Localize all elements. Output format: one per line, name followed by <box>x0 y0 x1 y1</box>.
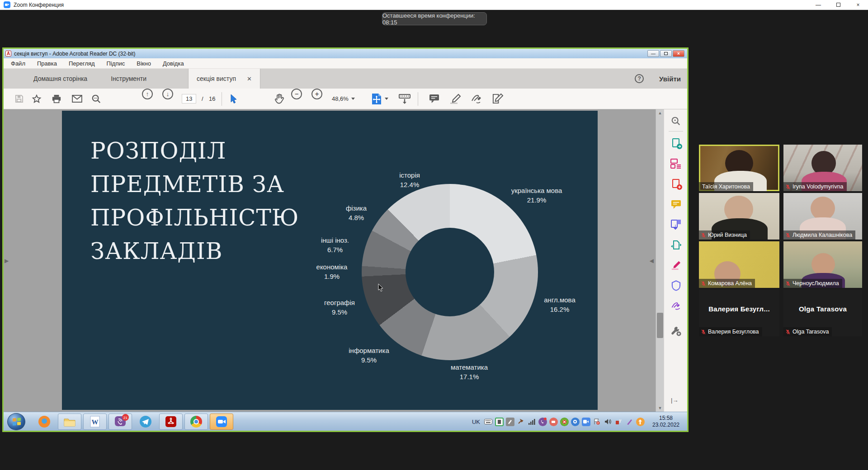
participant-tile[interactable]: Таїсія Харитонова <box>699 145 779 191</box>
mail-tray-icon[interactable] <box>549 418 558 426</box>
chevron-down-icon <box>351 98 355 100</box>
taskbar-firefox-icon[interactable] <box>33 414 56 430</box>
participant-tile[interactable]: Юрий Визница <box>699 193 779 240</box>
tab-document[interactable]: секція виступ ✕ <box>188 69 260 89</box>
highlighter-icon[interactable] <box>448 89 462 109</box>
acrobat-restore-button[interactable] <box>660 50 672 57</box>
left-panel-expand-icon[interactable]: ▶ <box>5 258 9 264</box>
browser-tray-icon[interactable] <box>571 418 580 426</box>
update-tray-icon[interactable] <box>636 418 645 426</box>
hand-tool-icon[interactable] <box>273 89 286 109</box>
fill-sign-tool-icon[interactable] <box>670 301 681 311</box>
page-number-input[interactable]: 13 <box>182 89 196 109</box>
taskbar-zoom-icon[interactable] <box>210 414 233 430</box>
star-favorites-icon[interactable] <box>31 89 42 109</box>
right-panel-collapse-icon[interactable]: ◀ <box>650 258 654 264</box>
export-pdf-tool-icon[interactable] <box>670 137 681 148</box>
compress-pdf-tool-icon[interactable] <box>670 240 681 250</box>
tab-close-icon[interactable]: ✕ <box>247 75 252 82</box>
menu-help[interactable]: Довідка <box>163 60 184 67</box>
volume-icon[interactable] <box>604 418 612 426</box>
participant-tile[interactable]: Olga Tarasova Olga Tarasova <box>783 290 862 336</box>
action-center-flag-icon[interactable] <box>593 418 601 426</box>
taskbar-chrome-icon[interactable] <box>184 414 208 430</box>
comment-icon[interactable] <box>428 89 440 109</box>
zoom-level-dropdown[interactable]: 48,6% <box>332 89 355 109</box>
chart-label-angl-mova: англ.мова 16.2% <box>544 295 576 314</box>
menu-edit[interactable]: Правка <box>37 60 57 67</box>
create-pdf-tool-icon[interactable] <box>670 178 681 189</box>
menu-window[interactable]: Вікно <box>137 60 151 67</box>
select-tool-icon[interactable] <box>228 89 240 109</box>
search-icon[interactable] <box>90 89 102 109</box>
maximize-button[interactable] <box>828 0 848 10</box>
acrobat-titlebar[interactable]: A секція виступ - Adobe Acrobat Reader D… <box>4 49 687 58</box>
fit-width-icon[interactable] <box>398 89 411 109</box>
zoom-out-icon[interactable]: − <box>291 89 302 99</box>
taskbar-word-icon[interactable]: W <box>83 414 107 430</box>
comment-tool-icon[interactable] <box>670 199 681 210</box>
acrobat-close-button[interactable]: × <box>673 50 684 57</box>
tab-home[interactable]: Домашня сторінка <box>22 69 99 89</box>
print-icon[interactable] <box>51 89 62 109</box>
scrollbar-thumb[interactable] <box>657 313 663 338</box>
viber-tray-icon[interactable] <box>538 418 547 426</box>
combine-files-tool-icon[interactable] <box>670 219 681 230</box>
previous-page-icon[interactable]: ↑ <box>142 89 153 99</box>
participant-tile[interactable]: ЧерноусЛюдмила <box>783 241 862 288</box>
start-button[interactable] <box>7 413 25 430</box>
donut-hole <box>406 228 494 316</box>
participant-tile[interactable]: Валерия Безугл... Валерия Безуглова <box>699 290 779 336</box>
collapse-panel-icon[interactable]: |→ <box>671 397 678 404</box>
taskbar-acrobat-icon[interactable] <box>159 414 183 430</box>
mic-muted-icon <box>701 329 706 335</box>
menu-file[interactable]: Файл <box>11 60 25 67</box>
pen-settings-icon[interactable] <box>506 418 514 426</box>
next-page-icon[interactable]: ↓ <box>162 89 173 99</box>
acrobat-minimize-button[interactable]: — <box>647 50 659 57</box>
stylus-tray-icon[interactable] <box>625 418 634 426</box>
power-plug-icon[interactable] <box>614 418 623 426</box>
fill-sign-icon[interactable] <box>490 89 505 109</box>
participant-tile[interactable]: Iryna Volodymyrivna <box>783 145 862 191</box>
close-button[interactable]: × <box>848 0 868 10</box>
zoom-tray-icon[interactable] <box>582 418 590 426</box>
antivirus-icon[interactable] <box>560 418 569 426</box>
taskbar-viber-icon[interactable]: 21 <box>108 414 132 430</box>
minimize-button[interactable]: — <box>808 0 828 10</box>
menu-view[interactable]: Перегляд <box>69 60 95 67</box>
sign-in-button[interactable]: Увійти <box>659 75 681 83</box>
chart-label-ukrainska-mova: українська мова 21.9% <box>511 186 562 205</box>
organize-pages-tool-icon[interactable] <box>670 158 681 169</box>
participant-tile[interactable]: Людмила Калашнікова <box>783 193 862 240</box>
pdf-page-area[interactable]: РОЗПОДІЛ ПРЕДМЕТІВ ЗА ПРОФІЛЬНІСТЮ ЗАКЛА… <box>4 109 656 412</box>
language-indicator[interactable]: UK <box>472 418 480 425</box>
taskbar-explorer-icon[interactable] <box>58 414 81 430</box>
help-icon[interactable]: ? <box>635 74 644 83</box>
zoom-in-icon[interactable]: + <box>311 89 322 99</box>
scroll-down-icon[interactable]: ▼ <box>656 404 664 412</box>
participant-tile[interactable]: Комарова Алёна <box>699 241 779 288</box>
menu-sign[interactable]: Підпис <box>107 60 125 67</box>
pdf-slide-page[interactable]: РОЗПОДІЛ ПРЕДМЕТІВ ЗА ПРОФІЛЬНІСТЮ ЗАКЛА… <box>62 111 598 410</box>
mic-muted-icon <box>785 281 791 287</box>
more-tools-icon[interactable] <box>670 325 681 336</box>
network-signal-icon[interactable] <box>528 418 536 426</box>
protect-tool-icon[interactable] <box>670 280 681 291</box>
chevron-down-icon <box>385 98 388 100</box>
highlight-tool-icon[interactable] <box>670 260 681 271</box>
tray-clock[interactable]: 15:58 23.02.2022 <box>648 415 684 428</box>
keyboard-icon[interactable] <box>484 418 493 426</box>
participant-display-name: Валерия Безугл... <box>699 305 779 313</box>
vertical-scrollbar[interactable]: ▲ ▼ <box>656 109 664 412</box>
fit-page-dropdown[interactable] <box>371 89 389 109</box>
search-zoom-tool-icon[interactable] <box>670 116 681 127</box>
taskbar-telegram-icon[interactable] <box>134 414 157 430</box>
tools-tray-icon[interactable] <box>517 418 525 426</box>
sign-pen-icon[interactable] <box>469 89 484 109</box>
tablet-settings-icon[interactable] <box>495 418 504 426</box>
save-icon[interactable] <box>14 89 24 109</box>
tab-tools[interactable]: Інструменти <box>99 69 158 89</box>
scroll-up-icon[interactable]: ▲ <box>656 109 664 117</box>
email-icon[interactable] <box>71 89 83 109</box>
